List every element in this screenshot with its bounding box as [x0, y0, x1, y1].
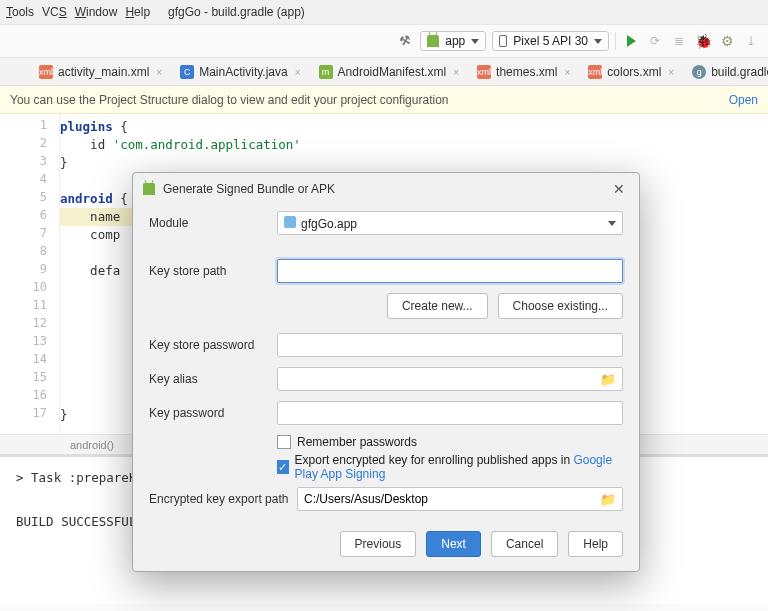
- keystore-password-input[interactable]: [277, 333, 623, 357]
- create-new-button[interactable]: Create new...: [387, 293, 488, 319]
- module-label: Module: [149, 216, 277, 230]
- generate-signed-dialog: Generate Signed Bundle or APK ✕ Module g…: [132, 172, 640, 572]
- remember-passwords-label: Remember passwords: [297, 435, 417, 449]
- tab-manifest[interactable]: mAndroidManifest.xml×: [310, 59, 469, 85]
- menu-help[interactable]: HelpHelp: [125, 5, 150, 19]
- export-path-input[interactable]: 📁: [297, 487, 623, 511]
- close-icon[interactable]: ×: [295, 67, 301, 78]
- key-password-input[interactable]: [277, 401, 623, 425]
- gutter: 1234 5678 9101112 13141516 17: [0, 114, 60, 434]
- module-icon: [284, 216, 296, 228]
- window-title: gfgGo - build.gradle (app): [168, 5, 305, 19]
- menu-tools[interactable]: TToolsools: [6, 5, 34, 19]
- run-button[interactable]: [622, 32, 640, 50]
- device-label: Pixel 5 API 30: [513, 34, 588, 48]
- chevron-down-icon: [471, 39, 479, 44]
- build-icon[interactable]: ⚒: [394, 30, 416, 52]
- help-button[interactable]: Help: [568, 531, 623, 557]
- folder-icon[interactable]: 📁: [600, 372, 616, 387]
- tab-colors[interactable]: xmlcolors.xml×: [579, 59, 683, 85]
- info-text: You can use the Project Structure dialog…: [10, 93, 449, 107]
- gear-icon[interactable]: ⚙: [718, 32, 736, 50]
- next-button[interactable]: Next: [426, 531, 481, 557]
- close-icon[interactable]: ×: [668, 67, 674, 78]
- export-key-checkbox[interactable]: ✓: [277, 460, 289, 474]
- play-icon: [627, 35, 636, 47]
- sync-icon[interactable]: ⤓: [742, 32, 760, 50]
- menu-window[interactable]: WindowWindow: [75, 5, 118, 19]
- chevron-down-icon: [594, 39, 602, 44]
- info-bar: You can use the Project Structure dialog…: [0, 86, 768, 114]
- android-icon: [143, 183, 155, 195]
- tab-themes[interactable]: xmlthemes.xml×: [468, 59, 579, 85]
- editor-tabs: xmlactivity_main.xml× CMainActivity.java…: [0, 58, 768, 86]
- tab-activity-main[interactable]: xmlactivity_main.xml×: [30, 59, 171, 85]
- keystore-path-input[interactable]: [277, 259, 623, 283]
- menu-vcs[interactable]: VCSVCS: [42, 5, 67, 19]
- run-config-label: app: [445, 34, 465, 48]
- export-key-label: Export encrypted key for enrolling publi…: [295, 453, 623, 481]
- close-icon[interactable]: ✕: [609, 179, 629, 199]
- cancel-button[interactable]: Cancel: [491, 531, 558, 557]
- menu-bar: TToolsools VCSVCS WindowWindow HelpHelp …: [0, 0, 768, 24]
- android-icon: [427, 35, 439, 47]
- dialog-title: Generate Signed Bundle or APK: [163, 182, 335, 196]
- bug-icon[interactable]: 🐞: [694, 32, 712, 50]
- choose-existing-button[interactable]: Choose existing...: [498, 293, 623, 319]
- dialog-title-bar[interactable]: Generate Signed Bundle or APK ✕: [133, 173, 639, 205]
- remember-passwords-checkbox[interactable]: [277, 435, 291, 449]
- debug-icon[interactable]: ≣: [670, 32, 688, 50]
- tab-build-gradle-root[interactable]: gbuild.gradle (:gfgGo)×: [683, 59, 768, 85]
- close-icon[interactable]: ×: [564, 67, 570, 78]
- open-project-structure-link[interactable]: Open: [729, 93, 758, 107]
- toolbar: ⚒ app Pixel 5 API 30 ⟳ ≣ 🐞 ⚙ ⤓: [0, 24, 768, 58]
- close-icon[interactable]: ×: [453, 67, 459, 78]
- folder-icon[interactable]: 📁: [600, 492, 616, 507]
- close-icon[interactable]: ×: [156, 67, 162, 78]
- module-selector[interactable]: gfgGo.app: [277, 211, 623, 235]
- previous-button[interactable]: Previous: [340, 531, 417, 557]
- keystore-password-label: Key store password: [149, 338, 277, 352]
- key-alias-input[interactable]: 📁: [277, 367, 623, 391]
- key-password-label: Key password: [149, 406, 277, 420]
- keystore-path-label: Key store path: [149, 264, 277, 278]
- apply-changes-icon[interactable]: ⟳: [646, 32, 664, 50]
- run-config-selector[interactable]: app: [420, 31, 486, 51]
- tab-mainactivity[interactable]: CMainActivity.java×: [171, 59, 309, 85]
- chevron-down-icon: [608, 221, 616, 226]
- key-alias-label: Key alias: [149, 372, 277, 386]
- device-selector[interactable]: Pixel 5 API 30: [492, 31, 609, 51]
- phone-icon: [499, 35, 507, 47]
- export-path-label: Encrypted key export path: [149, 492, 297, 506]
